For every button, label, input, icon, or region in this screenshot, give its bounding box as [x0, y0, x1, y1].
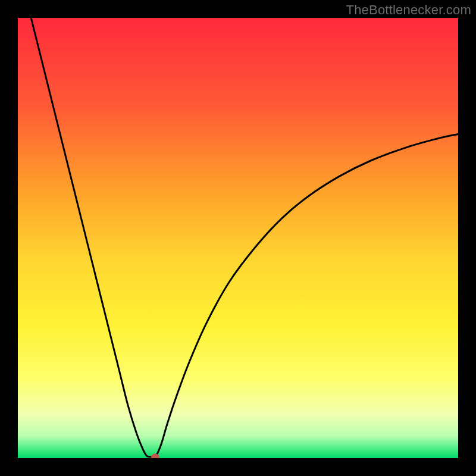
bottleneck-curve-chart	[18, 18, 458, 458]
attribution-text: TheBottlenecker.com	[346, 2, 471, 18]
plot-area	[18, 18, 458, 458]
chart-frame: TheBottlenecker.com	[0, 0, 476, 476]
gradient-background	[18, 18, 458, 458]
